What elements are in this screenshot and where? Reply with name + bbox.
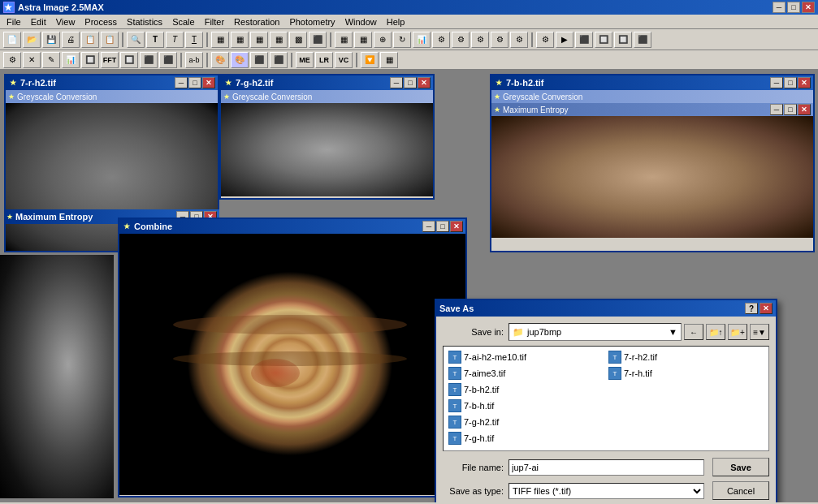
win-combine-titlebar[interactable]: ★ Combine ─ □ ✕	[119, 219, 465, 234]
file-item-2[interactable]: T 7-aime3.tif	[447, 366, 605, 381]
grid-btn2[interactable]: ▦	[231, 32, 249, 48]
color-btn2[interactable]: 🎨	[231, 52, 249, 68]
win-g-h2-close[interactable]: ✕	[418, 77, 431, 88]
save-type-select[interactable]: TIFF files (*.tif)	[509, 483, 704, 499]
ab-btn[interactable]: a-b	[185, 52, 203, 68]
file-item-10[interactable]: T 7-g-h.tif	[447, 431, 605, 446]
print-btn[interactable]: 🖨	[62, 32, 80, 48]
nav-up-btn[interactable]: 📁↑	[706, 324, 725, 340]
menu-help[interactable]: Help	[382, 16, 410, 28]
new-btn[interactable]: 📄	[3, 32, 21, 48]
close-btn[interactable]: ✕	[802, 2, 815, 13]
menu-statistics[interactable]: Statistics	[122, 16, 167, 28]
cancel-button[interactable]: Cancel	[712, 481, 769, 500]
vc-btn[interactable]: VC	[335, 52, 353, 68]
settings-btn[interactable]: ⚙	[536, 32, 554, 48]
play-btn[interactable]: ▶	[556, 32, 573, 48]
tool2-c[interactable]: ✎	[42, 52, 60, 68]
copy-btn[interactable]: 📋	[81, 32, 99, 48]
square-btn3[interactable]: 🔲	[614, 32, 632, 48]
paste-btn[interactable]: 📋	[101, 32, 119, 48]
menu-filter[interactable]: Filter	[200, 16, 229, 28]
open-btn[interactable]: 📂	[23, 32, 41, 48]
square-btn4[interactable]: ⬛	[634, 32, 651, 48]
menu-restoration[interactable]: Restoration	[229, 16, 284, 28]
win-b-h2-minimize[interactable]: ─	[770, 77, 783, 88]
win-g-h2-titlebar[interactable]: ★ 7-g-h2.tif ─ □ ✕	[221, 75, 433, 90]
tool2-j[interactable]: ⬛	[270, 52, 288, 68]
file-name-input[interactable]	[509, 459, 704, 476]
menu-edit[interactable]: Edit	[26, 16, 51, 28]
grid-btn3[interactable]: ▦	[250, 32, 268, 48]
zoom-btn[interactable]: 🔍	[127, 32, 145, 48]
lr-btn[interactable]: LR	[315, 52, 333, 68]
tool-a[interactable]: ▦	[335, 32, 353, 48]
fft-btn[interactable]: FFT	[101, 52, 119, 68]
win-b-h2-min2[interactable]: ─	[770, 104, 783, 115]
tool2-f[interactable]: 🔲	[120, 52, 138, 68]
save-btn[interactable]: 💾	[42, 32, 60, 48]
menu-window[interactable]: Window	[340, 16, 382, 28]
filter-btn[interactable]: 🔽	[361, 52, 379, 68]
win-r-h2-maximize[interactable]: □	[188, 77, 201, 88]
square-btn1[interactable]: ⬛	[575, 32, 593, 48]
tool-b[interactable]: ▦	[354, 32, 372, 48]
save-button[interactable]: Save	[712, 458, 769, 476]
tool2-i[interactable]: ⬛	[250, 52, 268, 68]
win-r-h2-titlebar[interactable]: ★ 7-r-h2.tif ─ □ ✕	[6, 75, 218, 90]
win-b-h2-maximize[interactable]: □	[784, 77, 797, 88]
square-btn2[interactable]: 🔲	[595, 32, 612, 48]
grid-btn4[interactable]: ▦	[270, 32, 288, 48]
nav-view-btn[interactable]: ≡▼	[750, 324, 769, 340]
tool2-h[interactable]: ⬛	[159, 52, 177, 68]
win-r-h2-minimize[interactable]: ─	[175, 77, 188, 88]
minimize-btn[interactable]: ─	[773, 2, 786, 13]
win-r-h2-close[interactable]: ✕	[202, 77, 215, 88]
maximize-btn[interactable]: □	[787, 2, 800, 13]
nav-back-btn[interactable]: ←	[684, 324, 703, 340]
dialog-help-btn[interactable]: ?	[745, 303, 758, 314]
win-combine-minimize[interactable]: ─	[422, 221, 435, 232]
win-combine-maximize[interactable]: □	[436, 221, 449, 232]
gear-btn1[interactable]: ⚙	[432, 32, 450, 48]
win-g-h2-minimize[interactable]: ─	[390, 77, 403, 88]
menu-view[interactable]: View	[51, 16, 80, 28]
tool-c[interactable]: ⊕	[374, 32, 392, 48]
file-item-0[interactable]: T 7-ai-h2-me10.tif	[447, 350, 605, 364]
menu-process[interactable]: Process	[80, 16, 122, 28]
file-item-3[interactable]: T 7-r-h.tif	[607, 366, 765, 381]
chart-btn[interactable]: 📊	[413, 32, 431, 48]
dialog-close-btn[interactable]: ✕	[760, 303, 773, 314]
win-b-h2-close2[interactable]: ✕	[798, 104, 811, 115]
win-b-h2-close[interactable]: ✕	[798, 77, 811, 88]
gear-btn2[interactable]: ⚙	[452, 32, 470, 48]
win-g-h2-maximize[interactable]: □	[404, 77, 417, 88]
tool2-d[interactable]: 📊	[62, 52, 80, 68]
gear-btn4[interactable]: ⚙	[491, 32, 509, 48]
text-btn3[interactable]: T	[185, 32, 203, 48]
save-in-combo[interactable]: 📁 jup7bmp ▼	[509, 323, 682, 341]
dialog-titlebar[interactable]: Save As ? ✕	[436, 300, 776, 317]
win-b-h2-max2[interactable]: □	[784, 104, 797, 115]
file-item-8[interactable]: T 7-g-h2.tif	[447, 415, 605, 429]
tool2-g[interactable]: ⬛	[140, 52, 158, 68]
grid-btn6[interactable]: ▦	[380, 52, 398, 68]
gear-btn5[interactable]: ⚙	[510, 32, 528, 48]
win-combine-close[interactable]: ✕	[450, 221, 463, 232]
tool2-b[interactable]: ✕	[23, 52, 41, 68]
text-btn1[interactable]: T	[146, 32, 164, 48]
rotate-btn[interactable]: ↻	[393, 32, 411, 48]
black-btn[interactable]: ⬛	[309, 32, 327, 48]
file-item-6[interactable]: T 7-b-h.tif	[447, 398, 605, 413]
me-btn[interactable]: ME	[296, 52, 314, 68]
menu-scale[interactable]: Scale	[167, 16, 200, 28]
file-item-4[interactable]: T 7-b-h2.tif	[447, 382, 605, 397]
menu-file[interactable]: File	[2, 16, 26, 28]
file-item-5[interactable]	[607, 382, 765, 397]
menu-photometry[interactable]: Photometry	[284, 16, 340, 28]
tool2-a[interactable]: ⚙	[3, 52, 21, 68]
nav-new-btn[interactable]: 📁+	[728, 324, 747, 340]
tool2-e[interactable]: 🔲	[81, 52, 99, 68]
grid-btn1[interactable]: ▦	[211, 32, 229, 48]
gear-btn3[interactable]: ⚙	[471, 32, 489, 48]
